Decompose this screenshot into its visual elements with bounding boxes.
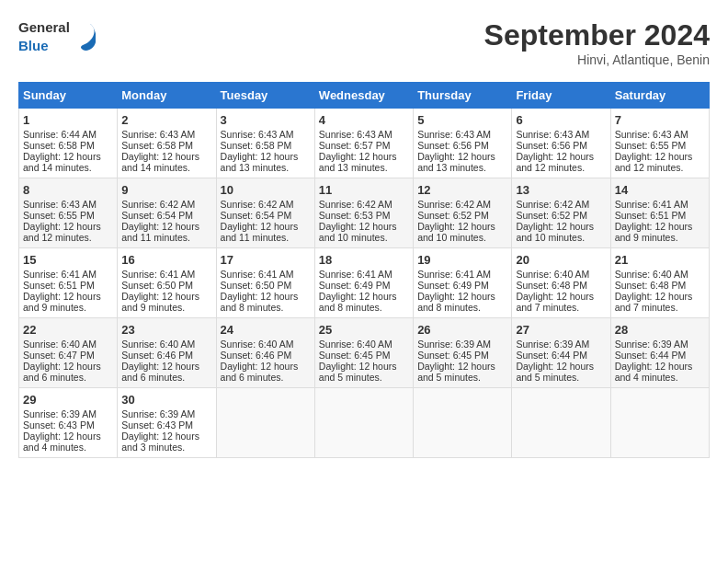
calendar-cell: 14 Sunrise: 6:41 AM Sunset: 6:51 PM Dayl… xyxy=(610,178,709,248)
sunrise-label: Sunrise: 6:41 AM xyxy=(121,269,195,280)
day-number: 10 xyxy=(221,183,311,197)
sunrise-label: Sunrise: 6:39 AM xyxy=(417,339,491,350)
day-number: 25 xyxy=(319,323,409,337)
calendar-cell: 16 Sunrise: 6:41 AM Sunset: 6:50 PM Dayl… xyxy=(118,248,216,318)
calendar-cell: 3 Sunrise: 6:43 AM Sunset: 6:58 PM Dayli… xyxy=(216,109,314,178)
day-number: 11 xyxy=(319,183,409,197)
sunset-label: Sunset: 6:54 PM xyxy=(121,210,193,221)
sunset-label: Sunset: 6:45 PM xyxy=(417,350,489,361)
day-number: 7 xyxy=(615,113,705,127)
calendar-row: 22 Sunrise: 6:40 AM Sunset: 6:47 PM Dayl… xyxy=(19,318,710,388)
daylight-label: Daylight: 12 hours and 13 minutes. xyxy=(319,151,397,173)
daylight-label: Daylight: 12 hours and 8 minutes. xyxy=(319,291,397,313)
calendar-cell: 8 Sunrise: 6:43 AM Sunset: 6:55 PM Dayli… xyxy=(19,178,118,248)
daylight-label: Daylight: 12 hours and 3 minutes. xyxy=(121,431,199,453)
calendar-cell: 22 Sunrise: 6:40 AM Sunset: 6:47 PM Dayl… xyxy=(19,318,118,388)
daylight-label: Daylight: 12 hours and 11 minutes. xyxy=(221,221,299,243)
sunset-label: Sunset: 6:51 PM xyxy=(23,280,95,291)
sunrise-label: Sunrise: 6:40 AM xyxy=(23,339,97,350)
sunset-label: Sunset: 6:57 PM xyxy=(319,140,391,151)
day-number: 29 xyxy=(23,393,113,407)
sunrise-label: Sunrise: 6:39 AM xyxy=(516,339,589,350)
day-number: 4 xyxy=(319,113,409,127)
calendar-cell: 1 Sunrise: 6:44 AM Sunset: 6:58 PM Dayli… xyxy=(19,109,118,178)
daylight-label: Daylight: 12 hours and 8 minutes. xyxy=(417,291,495,313)
daylight-label: Daylight: 12 hours and 10 minutes. xyxy=(417,221,495,243)
day-number: 1 xyxy=(23,113,113,127)
daylight-label: Daylight: 12 hours and 4 minutes. xyxy=(23,431,101,453)
sunrise-label: Sunrise: 6:43 AM xyxy=(121,129,195,140)
calendar-cell: 29 Sunrise: 6:39 AM Sunset: 6:43 PM Dayl… xyxy=(19,388,118,458)
logo-wave-icon xyxy=(77,22,96,52)
day-number: 24 xyxy=(221,323,311,337)
day-number: 22 xyxy=(23,323,113,337)
daylight-label: Daylight: 12 hours and 5 minutes. xyxy=(417,361,495,383)
month-title: September 2024 xyxy=(484,18,710,52)
sunrise-label: Sunrise: 6:42 AM xyxy=(319,199,392,210)
day-number: 17 xyxy=(221,253,311,267)
sunrise-label: Sunrise: 6:42 AM xyxy=(221,199,294,210)
day-number: 6 xyxy=(516,113,606,127)
calendar-cell: 30 Sunrise: 6:39 AM Sunset: 6:43 PM Dayl… xyxy=(118,388,216,458)
sunset-label: Sunset: 6:44 PM xyxy=(516,350,587,361)
day-number: 28 xyxy=(615,323,705,337)
calendar-cell xyxy=(314,388,413,458)
day-number: 20 xyxy=(516,253,606,267)
sunrise-label: Sunrise: 6:42 AM xyxy=(121,199,195,210)
daylight-label: Daylight: 12 hours and 10 minutes. xyxy=(319,221,397,243)
sunset-label: Sunset: 6:58 PM xyxy=(23,140,95,151)
calendar-cell: 5 Sunrise: 6:43 AM Sunset: 6:56 PM Dayli… xyxy=(414,109,512,178)
col-thursday: Thursday xyxy=(414,83,512,109)
daylight-label: Daylight: 12 hours and 9 minutes. xyxy=(615,221,693,243)
sunrise-label: Sunrise: 6:43 AM xyxy=(23,199,97,210)
day-number: 15 xyxy=(23,253,113,267)
calendar-cell: 28 Sunrise: 6:39 AM Sunset: 6:44 PM Dayl… xyxy=(610,318,709,388)
calendar-cell xyxy=(216,388,314,458)
day-number: 2 xyxy=(121,113,211,127)
sunset-label: Sunset: 6:50 PM xyxy=(221,280,292,291)
sunset-label: Sunset: 6:48 PM xyxy=(615,280,687,291)
sunrise-label: Sunrise: 6:39 AM xyxy=(121,408,195,419)
calendar-cell: 15 Sunrise: 6:41 AM Sunset: 6:51 PM Dayl… xyxy=(19,248,118,318)
sunrise-label: Sunrise: 6:42 AM xyxy=(417,199,491,210)
col-monday: Monday xyxy=(118,83,216,109)
sunset-label: Sunset: 6:54 PM xyxy=(221,210,292,221)
daylight-label: Daylight: 12 hours and 8 minutes. xyxy=(221,291,299,313)
sunset-label: Sunset: 6:50 PM xyxy=(121,280,193,291)
col-tuesday: Tuesday xyxy=(216,83,314,109)
calendar-cell: 26 Sunrise: 6:39 AM Sunset: 6:45 PM Dayl… xyxy=(414,318,512,388)
page-header: General Blue September 2024 Hinvi, Atlan… xyxy=(18,18,710,67)
calendar-cell: 11 Sunrise: 6:42 AM Sunset: 6:53 PM Dayl… xyxy=(314,178,413,248)
sunrise-label: Sunrise: 6:43 AM xyxy=(615,129,688,140)
calendar-table: Sunday Monday Tuesday Wednesday Thursday… xyxy=(18,82,710,458)
sunset-label: Sunset: 6:56 PM xyxy=(516,140,587,151)
logo-blue: Blue xyxy=(18,37,70,55)
sunset-label: Sunset: 6:58 PM xyxy=(221,140,292,151)
sunrise-label: Sunrise: 6:41 AM xyxy=(615,199,688,210)
title-block: September 2024 Hinvi, Atlantique, Benin xyxy=(484,18,710,67)
daylight-label: Daylight: 12 hours and 9 minutes. xyxy=(121,291,199,313)
sunset-label: Sunset: 6:44 PM xyxy=(615,350,687,361)
calendar-cell xyxy=(610,388,709,458)
day-number: 19 xyxy=(417,253,507,267)
day-number: 5 xyxy=(417,113,507,127)
sunset-label: Sunset: 6:52 PM xyxy=(516,210,587,221)
sunrise-label: Sunrise: 6:43 AM xyxy=(319,129,392,140)
sunrise-label: Sunrise: 6:44 AM xyxy=(23,129,97,140)
sunrise-label: Sunrise: 6:40 AM xyxy=(121,339,195,350)
calendar-cell: 2 Sunrise: 6:43 AM Sunset: 6:58 PM Dayli… xyxy=(118,109,216,178)
sunrise-label: Sunrise: 6:39 AM xyxy=(23,408,97,419)
daylight-label: Daylight: 12 hours and 9 minutes. xyxy=(23,291,101,313)
sunrise-label: Sunrise: 6:43 AM xyxy=(221,129,294,140)
daylight-label: Daylight: 12 hours and 13 minutes. xyxy=(221,151,299,173)
day-number: 27 xyxy=(516,323,606,337)
calendar-cell: 20 Sunrise: 6:40 AM Sunset: 6:48 PM Dayl… xyxy=(512,248,610,318)
calendar-header-row: Sunday Monday Tuesday Wednesday Thursday… xyxy=(19,83,710,109)
sunset-label: Sunset: 6:45 PM xyxy=(319,350,391,361)
daylight-label: Daylight: 12 hours and 12 minutes. xyxy=(516,151,594,173)
sunset-label: Sunset: 6:51 PM xyxy=(615,210,687,221)
daylight-label: Daylight: 12 hours and 4 minutes. xyxy=(615,361,693,383)
calendar-cell: 6 Sunrise: 6:43 AM Sunset: 6:56 PM Dayli… xyxy=(512,109,610,178)
daylight-label: Daylight: 12 hours and 10 minutes. xyxy=(516,221,594,243)
sunset-label: Sunset: 6:53 PM xyxy=(319,210,391,221)
